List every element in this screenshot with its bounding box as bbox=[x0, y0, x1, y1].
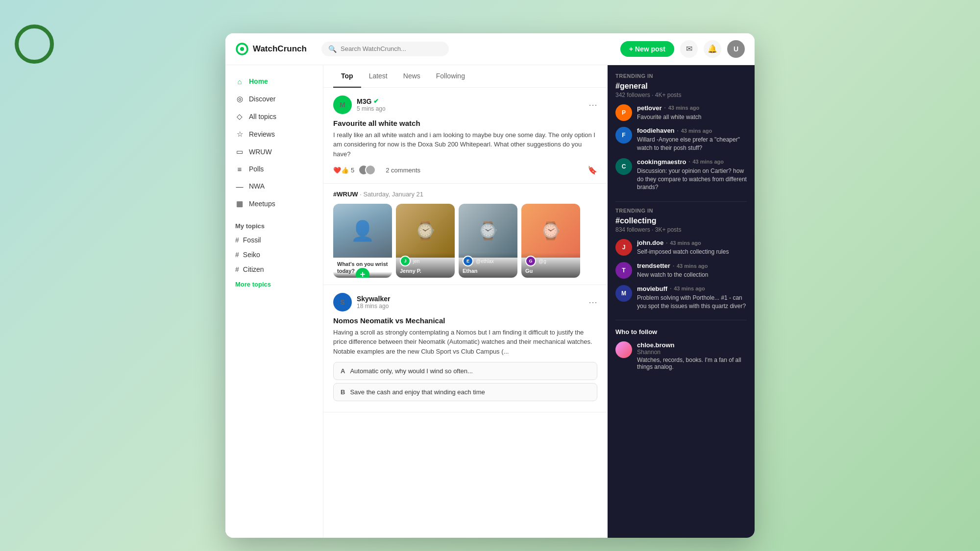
follow-avatar-chloe bbox=[615, 341, 632, 358]
sidebar-item-meetups[interactable]: ▦ Meetups bbox=[225, 195, 323, 213]
trending-username-foodiehaven: foodiehaven · 43 mins ago bbox=[637, 127, 747, 134]
tab-following[interactable]: Following bbox=[428, 65, 473, 88]
comments-link-1[interactable]: 2 comments bbox=[386, 167, 420, 174]
new-post-button[interactable]: + New post bbox=[620, 41, 674, 57]
post-user-info-2: Skywalker 18 mins ago bbox=[357, 295, 584, 310]
poll-option-a[interactable]: A Automatic only, why would I wind so of… bbox=[333, 362, 597, 380]
reactions-1: ❤️👍 5 bbox=[333, 167, 354, 174]
trending-avatar-cookingmaestro: C bbox=[615, 158, 632, 175]
trending-time-johndoe: 43 mins ago bbox=[670, 240, 701, 246]
sidebar-item-all-topics[interactable]: ◇ All topics bbox=[225, 108, 323, 125]
trending-post-trendsetter: T trendsetter · 43 mins ago New watch to… bbox=[615, 262, 747, 279]
who-to-follow: Who to follow chloe.brown Shannon Watche… bbox=[615, 328, 747, 370]
mail-button[interactable]: ✉ bbox=[680, 40, 698, 58]
tab-news[interactable]: News bbox=[395, 65, 428, 88]
trending-text-petlover: Favourite all white watch bbox=[637, 113, 747, 121]
tab-latest[interactable]: Latest bbox=[361, 65, 395, 88]
logo-icon bbox=[235, 42, 249, 56]
top-bar-right: + New post ✉ 🔔 U bbox=[620, 40, 745, 58]
trending-avatar-petlover: P bbox=[615, 104, 632, 121]
sidebar-item-home[interactable]: ⌂ Home bbox=[225, 73, 323, 90]
trending-info-cookingmaestro: cookingmaestro · 43 mins ago Discussion:… bbox=[637, 158, 747, 192]
trending-time-moviebuff: 43 mins ago bbox=[674, 286, 705, 291]
trending-info-trendsetter: trendsetter · 43 mins ago New watch to t… bbox=[637, 262, 747, 279]
sidebar-item-reviews[interactable]: ☆ Reviews bbox=[225, 125, 323, 143]
follow-username-chloe: chloe.brown bbox=[637, 341, 747, 349]
trending-text-johndoe: Self-imposed watch collecting rules bbox=[637, 248, 747, 256]
wruw-plus-icon: + bbox=[356, 268, 369, 278]
trending-avatar-foodiehaven: F bbox=[615, 127, 632, 144]
who-to-follow-label: Who to follow bbox=[615, 328, 747, 335]
trending-post-foodiehaven: F foodiehaven · 43 mins ago Willard -Any… bbox=[615, 127, 747, 152]
sidebar-item-nwa[interactable]: — NWA bbox=[225, 178, 323, 195]
sidebar-item-polls[interactable]: ≡ Polls bbox=[225, 161, 323, 178]
wruw-overlay-g: G @g Gu bbox=[521, 253, 580, 277]
reaction-count-1: 5 bbox=[351, 167, 354, 174]
wruw-icon: ▭ bbox=[235, 147, 244, 156]
post-more-button-2[interactable]: ⋯ bbox=[588, 297, 597, 308]
topic-fossil[interactable]: # Fossil bbox=[225, 233, 323, 247]
post-username-1: M3G ✔ bbox=[357, 97, 584, 105]
trending-info-foodiehaven: foodiehaven · 43 mins ago Willard -Anyon… bbox=[637, 127, 747, 152]
poll-letter-b: B bbox=[341, 388, 345, 396]
topic-citizen[interactable]: # Citizen bbox=[225, 262, 323, 277]
user-avatar-button[interactable]: U bbox=[727, 40, 745, 58]
trending-text-cookingmaestro: Discussion: your opinion on Cartier? how… bbox=[637, 167, 747, 192]
trending-tag-collecting[interactable]: #collecting bbox=[615, 216, 747, 225]
wruw-card-g[interactable]: ⌚ G @g Gu bbox=[521, 204, 580, 278]
post-more-button-1[interactable]: ⋯ bbox=[588, 99, 597, 110]
man-icon: 👤 bbox=[350, 219, 375, 242]
wruw-card-ethlax[interactable]: ⌚ E @ethlax Ethan bbox=[459, 204, 517, 278]
more-topics-link[interactable]: More topics bbox=[225, 277, 323, 292]
trending-text-moviebuff: Problem solving with Porthole... #1 - ca… bbox=[637, 294, 747, 311]
wruw-name-jen: Jenny P. bbox=[400, 267, 451, 274]
polls-icon: ≡ bbox=[235, 165, 244, 173]
search-bar[interactable]: 🔍 bbox=[321, 42, 449, 56]
trending-username-johndoe: john.doe · 43 mins ago bbox=[637, 239, 747, 246]
post-body-1: I really like an all white watch and i a… bbox=[333, 130, 597, 159]
wruw-grid: 👤 + What's on you wrist today? bbox=[333, 204, 597, 278]
follow-info-chloe: chloe.brown Shannon Watches, records, bo… bbox=[637, 341, 747, 370]
trending-text-foodiehaven: Willard -Anyone else prefer a "cheaper" … bbox=[637, 136, 747, 152]
post-card-1: M M3G ✔ 5 mins ago ⋯ Favourite all white… bbox=[323, 88, 607, 184]
trending-username-cookingmaestro: cookingmaestro · 43 mins ago bbox=[637, 158, 747, 166]
trending-tag-general[interactable]: #general bbox=[615, 82, 747, 91]
post-card-2: S Skywalker 18 mins ago ⋯ Nomos Neomatik… bbox=[323, 285, 607, 413]
home-icon: ⌂ bbox=[235, 77, 244, 86]
trending-meta-general: 342 followers · 4K+ posts bbox=[615, 92, 747, 98]
wruw-card-jen[interactable]: ⌚ J jen Jenny P. bbox=[396, 204, 455, 278]
search-icon: 🔍 bbox=[328, 45, 337, 53]
nwa-icon: — bbox=[235, 182, 244, 191]
notifications-button[interactable]: 🔔 bbox=[704, 40, 721, 58]
sidebar-item-wruw[interactable]: ▭ WRUW bbox=[225, 143, 323, 161]
verified-badge-1: ✔ bbox=[373, 97, 379, 105]
wruw-overlay-jen: J jen Jenny P. bbox=[396, 253, 455, 277]
poll-text-a: Automatic only, why would I wind so ofte… bbox=[350, 367, 473, 375]
wruw-card-prompt[interactable]: 👤 + What's on you wrist today? bbox=[333, 204, 392, 278]
svg-point-1 bbox=[240, 47, 244, 51]
trending-info-johndoe: john.doe · 43 mins ago Self-imposed watc… bbox=[637, 239, 747, 256]
save-button-1[interactable]: 🔖 bbox=[588, 166, 597, 175]
poll-text-b: Save the cash and enjoy that winding eac… bbox=[350, 388, 485, 396]
poll-option-b[interactable]: B Save the cash and enjoy that winding e… bbox=[333, 383, 597, 401]
follow-bio-chloe: Watches, records, books. I'm a fan of al… bbox=[637, 357, 747, 370]
center-feed: Top Latest News Following M M3G ✔ bbox=[323, 65, 608, 538]
sidebar: ⌂ Home ◎ Discover ◇ All topics ☆ Reviews bbox=[225, 65, 323, 538]
post-title-2: Nomos Neomatik vs Mechanical bbox=[333, 316, 597, 325]
nav-section: ⌂ Home ◎ Discover ◇ All topics ☆ Reviews bbox=[225, 73, 323, 213]
tab-top[interactable]: Top bbox=[333, 65, 361, 88]
wruw-date-text: Saturday, January 21 bbox=[363, 191, 423, 198]
trending-post-cookingmaestro: C cookingmaestro · 43 mins ago Discussio… bbox=[615, 158, 747, 192]
search-input[interactable] bbox=[341, 45, 442, 52]
wruw-username-g: @g bbox=[539, 259, 546, 264]
wruw-username-ethlax: @ethlax bbox=[476, 259, 494, 264]
wruw-user-row-g: G @g bbox=[525, 256, 576, 266]
topic-seiko[interactable]: # Seiko bbox=[225, 247, 323, 262]
wruw-username-jen: jen bbox=[413, 259, 419, 264]
trending-avatar-trendsetter: T bbox=[615, 262, 632, 279]
logo-area: WatchCrunch bbox=[235, 42, 314, 56]
trending-text-trendsetter: New watch to the collection bbox=[637, 271, 747, 279]
post-title-1: Favourite all white watch bbox=[333, 119, 597, 127]
feed-tabs: Top Latest News Following bbox=[323, 65, 607, 88]
sidebar-item-discover[interactable]: ◎ Discover bbox=[225, 90, 323, 108]
